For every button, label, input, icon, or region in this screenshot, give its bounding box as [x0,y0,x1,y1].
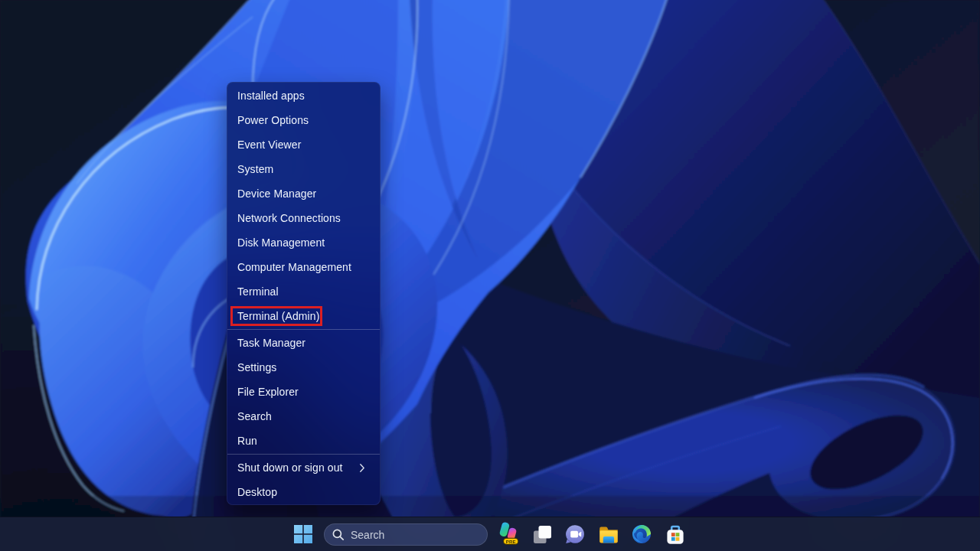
menu-item-file-explorer[interactable]: File Explorer [227,380,380,404]
copilot-icon: PRE [495,522,521,546]
menu-item-label: Run [237,435,257,447]
windows-desktop: Installed appsPower OptionsEvent ViewerS… [0,0,980,551]
task-view-button[interactable] [527,519,557,549]
menu-item-label: Task Manager [237,337,305,349]
menu-item-search[interactable]: Search [227,404,380,429]
menu-item-disk-management[interactable]: Disk Management [227,230,380,255]
menu-item-label: Search [237,410,272,422]
menu-separator [227,329,380,330]
store-button[interactable] [660,519,691,549]
menu-item-terminal[interactable]: Terminal [227,279,380,304]
menu-item-label: Event Viewer [237,139,301,151]
task-view-icon [533,525,552,544]
menu-item-event-viewer[interactable]: Event Viewer [227,132,380,157]
menu-item-device-manager[interactable]: Device Manager [227,181,380,206]
menu-item-installed-apps[interactable]: Installed apps [227,83,380,108]
start-button[interactable] [288,519,318,549]
menu-item-label: Terminal [237,285,279,298]
file-explorer-icon [599,525,619,544]
menu-item-label: Terminal (Admin) [237,310,319,322]
menu-separator [227,454,380,455]
menu-item-label: Power Options [237,114,309,126]
menu-item-label: Network Connections [237,212,341,224]
menu-item-shut-down-or-sign-out[interactable]: Shut down or sign out [227,455,380,480]
menu-item-task-manager[interactable]: Task Manager [227,331,380,355]
search-placeholder: Search [351,529,384,541]
menu-item-run[interactable]: Run [227,429,380,453]
menu-item-label: Desktop [237,486,277,498]
taskbar: Search [0,517,980,551]
file-explorer-button[interactable] [593,519,624,549]
chat-button[interactable] [560,519,590,549]
menu-item-computer-management[interactable]: Computer Management [227,255,380,279]
edge-icon [632,524,652,544]
copilot-button[interactable]: PRE [493,519,524,549]
chat-icon [565,524,585,544]
windows-logo-icon [294,525,312,543]
winx-power-user-menu: Installed appsPower OptionsEvent ViewerS… [227,82,381,505]
menu-item-system[interactable]: System [227,157,380,181]
menu-item-label: Shut down or sign out [237,461,343,474]
edge-button[interactable] [626,519,657,549]
menu-item-label: Installed apps [237,90,305,102]
menu-item-label: Settings [237,361,276,373]
menu-item-label: File Explorer [237,386,299,398]
svg-text:PRE: PRE [506,540,516,544]
taskbar-search-box[interactable]: Search [324,523,488,546]
copilot-pre-badge: PRE [504,538,518,544]
menu-item-settings[interactable]: Settings [227,355,380,380]
menu-item-label: Device Manager [237,187,316,200]
search-icon [332,529,345,541]
desktop-wallpaper[interactable] [0,0,980,551]
menu-item-label: System [237,163,273,175]
submenu-chevron-icon [360,464,364,472]
menu-item-desktop[interactable]: Desktop [227,480,380,504]
menu-item-network-connections[interactable]: Network Connections [227,206,380,230]
store-icon [665,524,685,545]
menu-item-label: Computer Management [237,261,351,273]
menu-item-terminal-admin[interactable]: Terminal (Admin) [227,304,380,328]
menu-item-label: Disk Management [237,236,325,249]
menu-item-power-options[interactable]: Power Options [227,108,380,132]
